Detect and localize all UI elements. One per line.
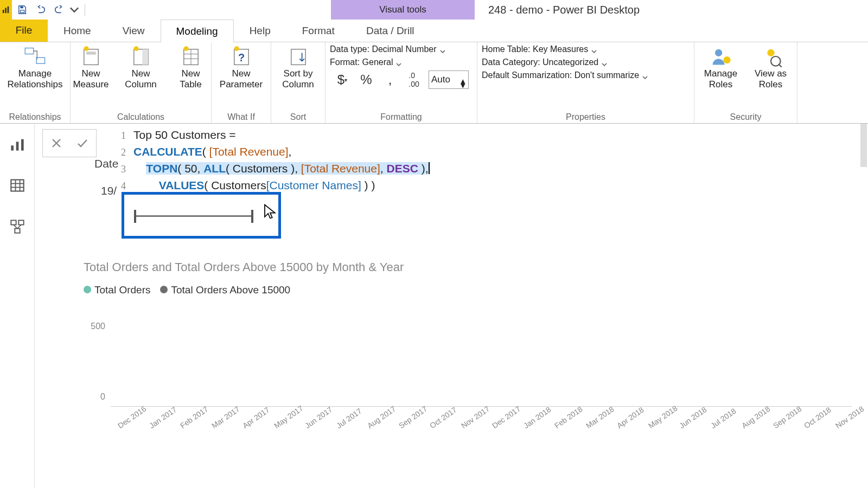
x-axis-label: Jan 2018: [522, 409, 546, 430]
slider-handle-right[interactable]: [251, 210, 253, 223]
x-axis-label: Jun 2018: [678, 409, 702, 430]
svg-line-39: [17, 225, 21, 229]
x-axis-label: Jan 2017: [148, 409, 172, 430]
tab-file[interactable]: File: [0, 19, 48, 42]
home-table-dropdown[interactable]: Home Table: Key Measures: [482, 44, 597, 54]
data-category-dropdown[interactable]: Data Category: Uncategorized: [482, 57, 607, 67]
x-axis-label: Feb 2017: [178, 409, 203, 430]
qat-separator: [85, 4, 85, 16]
title-bar: Visual tools 248 - demo - Power BI Deskt…: [0, 0, 868, 20]
chart-legend: Total Orders Total Orders Above 15000: [84, 284, 852, 296]
svg-point-12: [133, 46, 138, 51]
spin-down-icon[interactable]: ▾: [461, 80, 466, 84]
svg-rect-2: [8, 7, 9, 13]
new-table-button[interactable]: New Table: [168, 44, 214, 89]
svg-rect-8: [86, 52, 96, 55]
formula-bar[interactable]: 1Top 50 Customers = 2CALCULATE( [Total R…: [115, 127, 857, 194]
new-column-button[interactable]: New Column: [118, 44, 164, 89]
new-measure-button[interactable]: New Measure: [68, 44, 114, 89]
data-type-dropdown[interactable]: Data type: Decimal Number: [330, 44, 445, 54]
spin-up-icon[interactable]: ▴: [461, 75, 466, 80]
chart-visual[interactable]: Total Orders and Total Orders Above 1500…: [84, 260, 852, 483]
chevron-down-icon: [591, 47, 597, 52]
slicer-title: Date: [94, 157, 118, 170]
svg-rect-7: [84, 49, 98, 65]
svg-rect-28: [16, 142, 18, 150]
save-icon[interactable]: [14, 2, 30, 18]
chart-title: Total Orders and Total Orders Above 1500…: [84, 260, 852, 274]
svg-point-23: [723, 56, 730, 63]
svg-line-26: [778, 64, 782, 67]
scrollbar[interactable]: [860, 124, 867, 167]
label: Manage Relationships: [7, 68, 62, 89]
tab-help[interactable]: Help: [234, 19, 286, 42]
thousands-button[interactable]: ,: [381, 70, 399, 89]
decimal-icon[interactable]: .0.00: [405, 70, 423, 89]
cancel-formula-icon[interactable]: [45, 132, 68, 155]
x-axis-label: Nov 2018: [834, 409, 858, 430]
x-axis-label: Jul 2017: [335, 409, 359, 430]
x-axis-label: Dec 2017: [490, 409, 515, 430]
default-summarization-dropdown[interactable]: Default Summarization: Don't summarize: [482, 70, 648, 80]
report-canvas[interactable]: 1Top 50 Customers = 2CALCULATE( [Total R…: [35, 124, 868, 488]
data-view-icon[interactable]: [7, 175, 28, 196]
slicer-value-fragment: 19/: [101, 184, 117, 197]
legend-marker-1: [84, 286, 91, 293]
svg-rect-36: [18, 220, 23, 224]
text-cursor: [429, 162, 430, 174]
svg-point-24: [767, 49, 774, 56]
app-icon: [0, 0, 12, 20]
sort-by-column-button[interactable]: Sort by Column: [275, 44, 322, 89]
model-view-icon[interactable]: [7, 216, 28, 237]
svg-rect-0: [3, 10, 4, 13]
tab-format[interactable]: Format: [286, 19, 350, 42]
tab-modeling[interactable]: Modeling: [161, 20, 234, 42]
new-parameter-button[interactable]: ? New Parameter: [214, 44, 269, 89]
ribbon: Manage Relationships Relationships New M…: [0, 42, 868, 124]
x-axis-label: May 2018: [647, 409, 671, 430]
svg-text:?: ?: [238, 52, 244, 63]
x-axis-label: Oct 2018: [802, 409, 827, 430]
mouse-cursor-icon: [263, 203, 277, 222]
slider-handle-left[interactable]: [134, 210, 136, 223]
manage-relationships-button[interactable]: Manage Relationships: [3, 44, 67, 89]
chevron-down-icon: [396, 60, 401, 65]
svg-rect-6: [36, 57, 44, 63]
x-axis-label: Oct 2017: [428, 409, 452, 430]
x-axis-label: Feb 2018: [553, 409, 577, 430]
redo-icon[interactable]: [51, 2, 67, 18]
date-slicer-selected[interactable]: [122, 192, 281, 239]
contextual-tab-visual-tools[interactable]: Visual tools: [331, 0, 475, 20]
tab-view[interactable]: View: [107, 19, 161, 42]
x-axis-label: Mar 2018: [584, 409, 609, 430]
chart-plot-area: 0 500 Dec 2016Jan 2017Feb 2017Mar 2017Ap…: [111, 308, 852, 427]
svg-rect-35: [11, 220, 16, 224]
currency-button[interactable]: $▾: [333, 70, 352, 89]
slider-track[interactable]: [134, 215, 253, 217]
svg-rect-27: [11, 145, 14, 150]
tab-data-drill[interactable]: Data / Drill: [350, 19, 430, 42]
view-switcher: [0, 124, 35, 488]
x-axis-label: Mar 2017: [210, 409, 234, 430]
legend-marker-2: [160, 286, 168, 293]
x-axis-label: Jun 2017: [303, 409, 328, 430]
qat-customize-icon[interactable]: [69, 2, 79, 18]
percent-button[interactable]: %: [357, 70, 375, 89]
format-dropdown[interactable]: Format: General: [330, 57, 401, 67]
report-view-icon[interactable]: [7, 133, 28, 155]
svg-point-22: [715, 49, 722, 56]
x-axis-label: Apr 2017: [241, 409, 265, 430]
manage-roles-button[interactable]: Manage Roles: [698, 44, 744, 89]
commit-formula-icon[interactable]: [71, 132, 94, 155]
svg-rect-29: [21, 139, 24, 151]
chevron-down-icon: [602, 60, 607, 65]
group-label: Relationships: [9, 111, 61, 122]
view-as-roles-button[interactable]: View as Roles: [748, 44, 794, 89]
undo-icon[interactable]: [33, 2, 49, 18]
x-axis-label: Dec 2016: [116, 409, 141, 430]
decimal-places-input[interactable]: Auto ▴▾: [429, 70, 469, 89]
x-axis-label: Sep 2017: [397, 409, 422, 430]
tab-home[interactable]: Home: [48, 19, 107, 42]
svg-rect-5: [25, 48, 33, 54]
x-axis-label: May 2017: [272, 409, 297, 430]
